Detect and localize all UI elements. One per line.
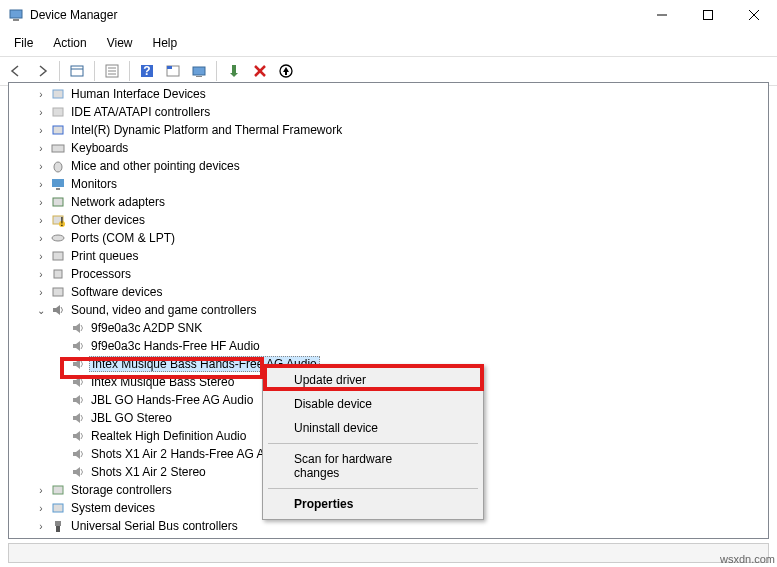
speaker-icon [70,320,86,336]
node-label: Shots X1 Air 2 Stereo [89,465,208,479]
device-item[interactable]: 9f9e0a3c A2DP SNK [9,319,768,337]
svg-marker-23 [283,67,289,72]
forward-button[interactable] [30,59,54,83]
minimize-button[interactable] [639,0,685,30]
speaker-icon [70,410,86,426]
svg-marker-45 [73,395,80,405]
svg-rect-31 [56,188,60,190]
node-label: IDE ATA/ATAPI controllers [69,105,212,119]
svg-rect-15 [167,66,172,69]
expander-icon[interactable]: › [35,503,47,514]
expander-icon[interactable]: › [35,179,47,190]
device-category[interactable]: ›Software devices [9,283,768,301]
device-category[interactable]: ›Print queues [9,247,768,265]
svg-rect-38 [54,270,62,278]
speaker-icon [70,374,86,390]
separator [129,61,130,81]
menu-bar: File Action View Help [0,30,777,56]
device-category[interactable]: ›IDE ATA/ATAPI controllers [9,103,768,121]
expander-icon[interactable]: › [35,521,47,532]
node-label: Software devices [69,285,164,299]
svg-marker-46 [73,413,80,423]
close-button[interactable] [731,0,777,30]
expander-icon[interactable] [55,449,67,460]
device-category[interactable]: ›Human Interface Devices [9,85,768,103]
uninstall-icon[interactable] [274,59,298,83]
node-label: JBL GO Stereo [89,411,174,425]
svg-marker-40 [53,305,60,315]
ctx-uninstall-device[interactable]: Uninstall device [266,416,480,440]
svg-rect-0 [10,10,22,18]
menu-action[interactable]: Action [45,32,94,54]
scan-hardware-button[interactable] [187,59,211,83]
expander-icon[interactable] [55,431,67,442]
expander-icon[interactable] [55,341,67,352]
expander-icon[interactable]: › [35,287,47,298]
attribution-text: wsxdn.com [720,553,775,565]
svg-text:!: ! [60,215,63,227]
node-label: System devices [69,501,157,515]
svg-rect-25 [53,90,63,98]
expander-icon[interactable]: › [35,197,47,208]
ctx-disable-device[interactable]: Disable device [266,392,480,416]
ctx-scan-hardware[interactable]: Scan for hardware changes [266,447,480,485]
svg-marker-49 [73,467,80,477]
node-label: Mice and other pointing devices [69,159,242,173]
device-category[interactable]: ›Network adapters [9,193,768,211]
device-category[interactable]: ›Mice and other pointing devices [9,157,768,175]
expander-icon[interactable]: › [35,125,47,136]
update-driver-icon[interactable] [222,59,246,83]
properties-button[interactable] [100,59,124,83]
menu-help[interactable]: Help [145,32,186,54]
device-category[interactable]: ⌄Sound, video and game controllers [9,301,768,319]
back-button[interactable] [4,59,28,83]
device-category[interactable]: ›!Other devices [9,211,768,229]
device-category[interactable]: ›Monitors [9,175,768,193]
expander-icon[interactable]: › [35,485,47,496]
node-label: JBL GO Hands-Free AG Audio [89,393,255,407]
status-bar [8,543,769,563]
storage-icon [50,482,66,498]
device-category[interactable]: ›Ports (COM & LPT) [9,229,768,247]
expander-icon[interactable]: › [35,107,47,118]
device-category[interactable]: ›Processors [9,265,768,283]
svg-rect-17 [196,76,202,77]
node-label: Network adapters [69,195,167,209]
expander-icon[interactable] [55,413,67,424]
expander-icon[interactable] [55,377,67,388]
ctx-update-driver[interactable]: Update driver [266,368,480,392]
expander-icon[interactable] [55,323,67,334]
svg-rect-6 [71,66,83,76]
expander-icon[interactable]: › [35,269,47,280]
expander-icon[interactable]: › [35,143,47,154]
node-label: Other devices [69,213,147,227]
node-label: Universal Serial Bus controllers [69,519,240,533]
device-category[interactable]: ›Keyboards [9,139,768,157]
svg-rect-24 [285,72,287,75]
svg-marker-19 [230,73,238,77]
menu-file[interactable]: File [6,32,41,54]
disable-icon[interactable] [248,59,272,83]
expander-icon[interactable]: › [35,161,47,172]
expander-icon[interactable]: ⌄ [35,305,47,316]
ctx-properties[interactable]: Properties [266,492,480,516]
svg-rect-50 [53,486,63,494]
svg-rect-30 [52,179,64,187]
title-bar: Device Manager [0,0,777,30]
expander-icon[interactable] [55,359,67,370]
node-label: Print queues [69,249,140,263]
help-button[interactable]: ? [135,59,159,83]
action-button[interactable] [161,59,185,83]
device-category[interactable]: ›Intel(R) Dynamic Platform and Thermal F… [9,121,768,139]
expander-icon[interactable] [55,467,67,478]
show-hide-console-button[interactable] [65,59,89,83]
device-item[interactable]: 9f9e0a3c Hands-Free HF Audio [9,337,768,355]
menu-view[interactable]: View [99,32,141,54]
expander-icon[interactable]: › [35,89,47,100]
maximize-button[interactable] [685,0,731,30]
expander-icon[interactable] [55,395,67,406]
expander-icon[interactable]: › [35,233,47,244]
expander-icon[interactable]: › [35,251,47,262]
expander-icon[interactable]: › [35,215,47,226]
svg-rect-18 [232,65,236,73]
